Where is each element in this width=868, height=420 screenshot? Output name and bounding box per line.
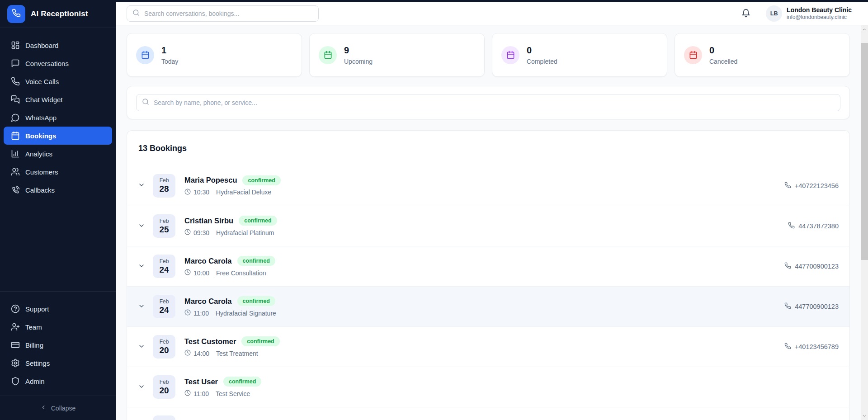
booking-main: Maria Popescuconfirmed10:30HydraFacial D… <box>184 175 281 196</box>
booking-row[interactable]: Feb25Cristian Sirbuconfirmed09:30Hydrafa… <box>127 206 849 246</box>
sidebar-item-label: Settings <box>25 359 50 367</box>
stat-text: 0Cancelled <box>709 45 737 65</box>
sidebar-item-voice-calls[interactable]: Voice Calls <box>4 72 112 90</box>
expand-booking-button[interactable] <box>138 302 145 311</box>
stat-label: Completed <box>527 58 557 65</box>
sidebar-item-settings[interactable]: Settings <box>4 354 112 372</box>
booking-service: Hydrafacial Platinum <box>216 229 274 236</box>
customer-name: Test User <box>184 378 218 386</box>
sidebar-nav: DashboardConversationsVoice CallsChat Wi… <box>0 28 116 199</box>
status-badge: confirmed <box>237 256 275 266</box>
content: 1Today9Upcoming0Completed0Cancelled 13 B… <box>116 25 861 420</box>
scroll-up-button[interactable] <box>861 25 868 33</box>
booking-time: 11:00 <box>193 310 209 317</box>
chat-widget-icon <box>11 95 20 104</box>
phone-icon <box>784 343 791 351</box>
stat-text: 1Today <box>161 45 178 65</box>
booking-row[interactable]: Feb28Maria Popescuconfirmed10:30HydraFac… <box>127 165 849 206</box>
expand-booking-button[interactable] <box>138 181 145 190</box>
customer-name: Test Customer <box>184 337 236 346</box>
booking-phone: +40722123456 <box>784 182 839 190</box>
phone-number: 447700900123 <box>795 303 839 310</box>
sidebar-item-label: Dashboard <box>25 42 58 49</box>
booking-time: 11:00 <box>193 390 209 397</box>
sidebar-item-conversations[interactable]: Conversations <box>4 54 112 72</box>
avatar: LB <box>766 5 782 22</box>
sidebar-item-whatsapp[interactable]: WhatsApp <box>4 109 112 127</box>
booking-main: Marco Carolaconfirmed11:00Hydrafacial Si… <box>184 296 276 317</box>
global-search-input[interactable] <box>144 10 313 17</box>
account-menu[interactable]: LB London Beauty Clinic info@londonbeaut… <box>766 5 852 22</box>
sidebar-item-label: Analytics <box>25 150 52 158</box>
chevron-down-icon <box>138 343 145 351</box>
scroll-down-button[interactable] <box>861 412 868 420</box>
global-search <box>127 5 319 22</box>
sidebar-item-label: Billing <box>25 341 43 349</box>
booking-row[interactable]: FebCristian Sirbuconfirmed <box>127 407 849 420</box>
dashboard-icon <box>11 41 20 50</box>
notifications-button[interactable] <box>741 9 750 19</box>
sidebar-collapse-button[interactable]: Collapse <box>0 396 116 420</box>
chevron-down-icon <box>138 181 145 190</box>
clock-icon <box>184 269 191 277</box>
status-badge: confirmed <box>223 377 261 387</box>
phone-icon <box>788 222 795 230</box>
chevron-left-icon <box>40 404 47 412</box>
expand-booking-button[interactable] <box>138 383 145 392</box>
sidebar-item-chat-widget[interactable]: Chat Widget <box>4 90 112 109</box>
date-month: Feb <box>160 298 169 305</box>
sidebar-item-dashboard[interactable]: Dashboard <box>4 36 112 54</box>
expand-booking-button[interactable] <box>138 222 145 231</box>
booking-row[interactable]: Feb20Test Customerconfirmed14:00Test Tre… <box>127 326 849 367</box>
bookings-search-input[interactable] <box>154 99 835 106</box>
status-badge: confirmed <box>237 296 275 306</box>
booking-time: 14:00 <box>193 350 209 357</box>
bookings-filter-card <box>127 86 850 119</box>
booking-phone: 447700900123 <box>784 302 839 311</box>
booking-service: Test Treatment <box>216 350 258 357</box>
date-month: Feb <box>160 218 169 224</box>
collapse-label: Collapse <box>51 405 75 412</box>
sidebar-item-admin[interactable]: Admin <box>4 372 112 390</box>
booking-service: Free Consultation <box>216 269 266 277</box>
vertical-scrollbar[interactable] <box>861 25 868 420</box>
sidebar-item-billing[interactable]: Billing <box>4 336 112 354</box>
stat-card-upcoming: 9Upcoming <box>309 33 485 77</box>
booking-service: Hydrafacial Signature <box>216 310 276 317</box>
scrollbar-thumb[interactable] <box>861 43 868 260</box>
sidebar-item-label: Voice Calls <box>25 78 59 85</box>
expand-booking-button[interactable] <box>138 262 145 271</box>
conversations-icon <box>11 59 20 68</box>
booking-row[interactable]: Feb20Test Userconfirmed11:00Test Service <box>127 367 849 407</box>
expand-booking-button[interactable] <box>138 343 145 351</box>
bookings-heading: 13 Bookings <box>127 144 849 153</box>
booking-row[interactable]: Feb24Marco Carolaconfirmed10:00Free Cons… <box>127 246 849 286</box>
stats-row: 1Today9Upcoming0Completed0Cancelled <box>127 33 850 77</box>
phone-number: 447700900123 <box>795 263 839 270</box>
sidebar-secondary-nav: SupportTeamBillingSettingsAdmin <box>0 291 116 396</box>
sidebar-item-team[interactable]: Team <box>4 318 112 336</box>
date-badge: Feb <box>153 415 175 420</box>
sidebar-item-support[interactable]: Support <box>4 300 112 318</box>
date-day: 24 <box>159 305 169 315</box>
search-icon <box>132 9 140 18</box>
date-day: 24 <box>159 265 169 275</box>
chevron-down-icon <box>138 222 145 231</box>
sidebar-spacer <box>0 199 116 291</box>
customer-name: Cristian Sirbu <box>184 217 233 225</box>
chevron-down-icon <box>138 262 145 271</box>
main-area: LB London Beauty Clinic info@londonbeaut… <box>116 0 868 420</box>
clock-icon <box>184 309 191 317</box>
voice-calls-icon <box>11 77 20 86</box>
sidebar-item-analytics[interactable]: Analytics <box>4 145 112 163</box>
sidebar-item-customers[interactable]: Customers <box>4 163 112 181</box>
clock-icon <box>184 189 191 196</box>
booking-row[interactable]: Feb24Marco Carolaconfirmed11:00Hydrafaci… <box>127 286 849 326</box>
status-badge: confirmed <box>239 216 277 226</box>
sidebar-item-callbacks[interactable]: Callbacks <box>4 181 112 199</box>
calendar-icon <box>501 46 519 64</box>
stat-value: 0 <box>527 45 557 56</box>
sidebar-item-bookings[interactable]: Bookings <box>4 127 112 145</box>
stat-text: 9Upcoming <box>344 45 373 65</box>
sidebar-item-label: WhatsApp <box>25 114 57 122</box>
